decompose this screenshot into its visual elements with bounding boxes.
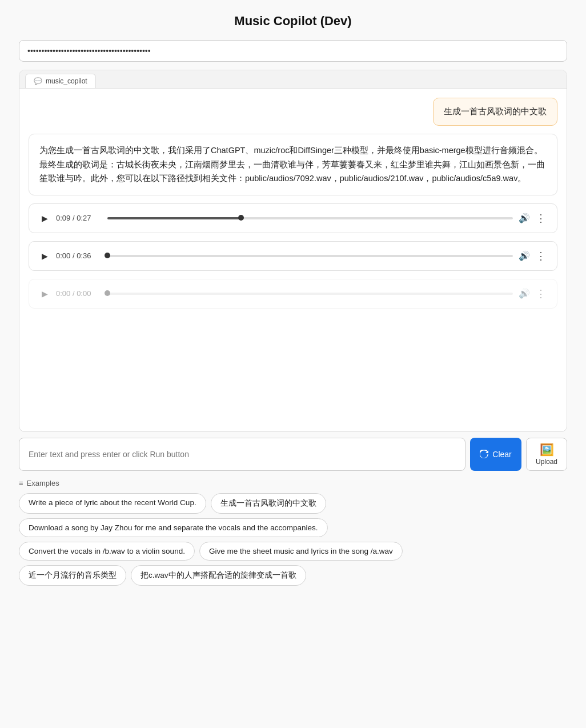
user-message-text: 生成一首古风歌词的中文歌 (444, 106, 547, 116)
volume-icon-2[interactable]: 🔊 (519, 250, 530, 261)
more-icon-3[interactable]: ⋮ (536, 287, 547, 300)
chat-input[interactable] (19, 438, 465, 471)
page-title: Music Copilot (Dev) (234, 14, 351, 29)
example-chip-2[interactable]: Download a song by Jay Zhou for me and s… (19, 518, 328, 537)
examples-row-2: Download a song by Jay Zhou for me and s… (19, 518, 567, 537)
audio-player-1: ▶ 0:09 / 0:27 🔊 ⋮ (29, 203, 557, 233)
example-chip-0[interactable]: Write a piece of lyric about the recent … (19, 493, 206, 514)
clear-button[interactable]: Clear (470, 438, 521, 471)
chat-tab-bar: 💬 music_copilot (19, 70, 567, 89)
chat-tab-icon: 💬 (34, 77, 42, 85)
chat-tab-label: music_copilot (46, 77, 87, 85)
examples-label: Examples (27, 479, 59, 487)
examples-header: ≡ Examples (19, 479, 567, 487)
example-chip-5[interactable]: 近一个月流行的音乐类型 (19, 565, 126, 586)
example-chip-4[interactable]: Give me the sheet music and lyrics in th… (199, 542, 403, 561)
upload-icon: 🖼️ (540, 443, 554, 457)
examples-row-3: Convert the vocals in /b.wav to a violin… (19, 542, 567, 561)
audio-progress-1[interactable] (107, 217, 513, 219)
upload-button[interactable]: 🖼️ Upload (526, 438, 567, 471)
input-area: Clear 🖼️ Upload (19, 438, 567, 471)
audio-player-3: ▶ 0:00 / 0:00 🔊 ⋮ (29, 279, 557, 309)
more-icon-1[interactable]: ⋮ (536, 212, 547, 225)
examples-section: ≡ Examples Write a piece of lyric about … (19, 479, 567, 590)
play-button-1[interactable]: ▶ (39, 213, 50, 224)
example-chip-3[interactable]: Convert the vocals in /b.wav to a violin… (19, 542, 195, 561)
audio-progress-3[interactable] (107, 293, 513, 295)
upload-button-label: Upload (536, 458, 557, 466)
example-chip-6[interactable]: 把c.wav中的人声搭配合适的旋律变成一首歌 (131, 565, 306, 586)
chat-container: 💬 music_copilot 生成一首古风歌词的中文歌 为您生成一首古风歌词的… (19, 70, 567, 432)
play-button-3[interactable]: ▶ (39, 288, 50, 299)
clear-button-label: Clear (492, 450, 511, 459)
more-icon-2[interactable]: ⋮ (536, 250, 547, 262)
examples-row-4: 近一个月流行的音乐类型 把c.wav中的人声搭配合适的旋律变成一首歌 (19, 565, 567, 586)
examples-row-1: Write a piece of lyric about the recent … (19, 493, 567, 514)
audio-player-2: ▶ 0:00 / 0:36 🔊 ⋮ (29, 241, 557, 271)
volume-icon-3[interactable]: 🔊 (519, 288, 530, 299)
assistant-message-text: 为您生成一首古风歌词的中文歌，我们采用了ChatGPT、muzic/roc和Di… (39, 146, 545, 183)
audio-time-3: 0:00 / 0:00 (56, 289, 102, 298)
audio-time-2: 0:00 / 0:36 (56, 251, 102, 260)
chat-tab-music-copilot[interactable]: 💬 music_copilot (25, 74, 96, 88)
audio-time-1: 0:09 / 0:27 (56, 214, 102, 222)
assistant-message: 为您生成一首古风歌词的中文歌，我们采用了ChatGPT、muzic/roc和Di… (29, 134, 557, 195)
chat-messages[interactable]: 生成一首古风歌词的中文歌 为您生成一首古风歌词的中文歌，我们采用了ChatGPT… (19, 89, 567, 431)
audio-progress-2[interactable] (107, 255, 513, 257)
user-message: 生成一首古风歌词的中文歌 (433, 98, 557, 126)
api-key-input[interactable] (19, 40, 567, 62)
refresh-icon (480, 450, 489, 459)
volume-icon-1[interactable]: 🔊 (519, 213, 530, 223)
examples-icon: ≡ (19, 479, 23, 487)
play-button-2[interactable]: ▶ (39, 250, 50, 262)
audio-progress-fill-1 (107, 217, 241, 219)
example-chip-1[interactable]: 生成一首古风歌词的中文歌 (211, 493, 326, 514)
